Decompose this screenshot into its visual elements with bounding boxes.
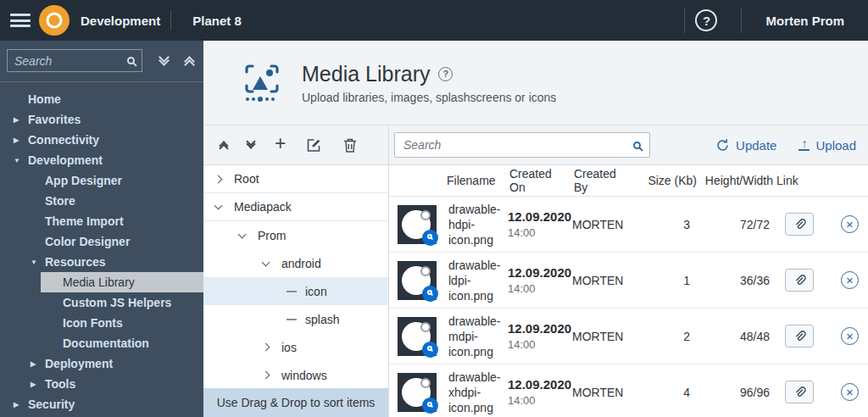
sidebar-item-store[interactable]: Store — [0, 191, 203, 211]
tree-node-splash[interactable]: splash — [203, 305, 388, 333]
sidebar-item-development[interactable]: ▼Development — [0, 150, 203, 170]
paperclip-icon — [793, 218, 806, 231]
chevron-right-icon[interactable]: ▶ — [31, 381, 45, 388]
collapse-all-icon[interactable] — [186, 58, 193, 64]
col-filename: Filename — [445, 173, 508, 188]
col-created-by: Created By — [572, 167, 635, 194]
size-cell: 1 — [635, 274, 698, 287]
link-button[interactable] — [785, 325, 814, 348]
topbar-divider — [741, 8, 742, 33]
col-created-on: Created On — [508, 167, 572, 194]
chevron-right-icon[interactable]: ▶ — [14, 401, 28, 409]
size-cell: 3 — [635, 218, 698, 231]
leaf-dash-icon — [287, 319, 297, 320]
sidebar-item-connectivity[interactable]: ▶Connectivity — [0, 130, 203, 150]
tree-node-prom[interactable]: Prom — [203, 221, 388, 249]
chevron-down-icon[interactable]: ▼ — [31, 259, 45, 266]
delete-icon[interactable]: × — [841, 271, 859, 289]
sidebar-item-tools[interactable]: ▶Tools — [0, 374, 203, 394]
tree-node-mediapack[interactable]: Mediapack — [203, 193, 388, 221]
add-folder-button[interactable]: + — [275, 134, 286, 153]
tree-node-windows[interactable]: windows — [203, 361, 388, 388]
expand-all-icon[interactable] — [248, 142, 254, 147]
search-icon[interactable] — [127, 57, 135, 64]
delete-icon[interactable]: × — [841, 215, 859, 233]
sidebar-item-media-library[interactable]: Media Library — [0, 272, 203, 292]
sidebar-item-security[interactable]: ▶Security — [0, 394, 203, 414]
sidebar-item-home[interactable]: Home — [0, 89, 203, 109]
size-cell: 2 — [635, 330, 698, 343]
table-row[interactable]: drawable-mdpi-icon.png 12.09.2020 14:00 … — [389, 309, 868, 364]
chevron-right-icon[interactable]: ▶ — [31, 360, 45, 368]
image-thumbnail[interactable] — [398, 373, 437, 412]
col-height-width: Height/Width — [698, 174, 775, 187]
media-table: Filename Created On Created By Size (Kb)… — [389, 165, 868, 417]
table-row[interactable]: drawable-xhdpi-icon.png 12.09.2020 14:00… — [389, 364, 868, 417]
search-icon[interactable] — [633, 142, 641, 149]
sidebar-item-custom-js-helpers[interactable]: Custom JS Helpers — [0, 292, 203, 313]
expand-all-icon[interactable] — [160, 58, 168, 64]
hamburger-menu-icon[interactable] — [10, 14, 31, 27]
table-row[interactable]: drawable-hdpi-icon.png 12.09.2020 14:00 … — [389, 197, 868, 253]
refresh-icon — [715, 138, 730, 153]
user-menu[interactable]: Morten Prom — [765, 14, 844, 28]
media-library-icon — [244, 64, 280, 103]
app-logo[interactable] — [39, 5, 70, 36]
link-button[interactable] — [785, 381, 814, 403]
chevron-down-icon[interactable] — [262, 258, 270, 266]
chevron-down-icon[interactable]: ▼ — [14, 157, 28, 164]
help-icon[interactable]: ? — [695, 9, 717, 31]
table-search — [394, 132, 650, 158]
chevron-down-icon[interactable] — [214, 202, 223, 210]
tree-node-root[interactable]: Root — [203, 165, 388, 193]
title-help-icon[interactable]: ? — [438, 67, 453, 81]
collapse-all-icon[interactable] — [220, 142, 227, 147]
zoom-badge-icon[interactable] — [422, 286, 438, 302]
update-button[interactable]: Update — [715, 138, 776, 153]
image-thumbnail[interactable] — [398, 317, 437, 356]
zoom-badge-icon[interactable] — [422, 230, 438, 246]
table-row[interactable]: drawable-ldpi-icon.png 12.09.2020 14:00 … — [389, 253, 868, 309]
created-by-cell: MORTEN — [572, 330, 635, 343]
chevron-right-icon[interactable] — [214, 175, 223, 183]
chevron-right-icon[interactable] — [262, 343, 270, 352]
tree-toolbar: + — [203, 125, 389, 164]
page-subtitle: Upload libraries, images, splashscreens … — [302, 91, 556, 104]
chevron-right-icon[interactable]: ▶ — [14, 136, 28, 144]
drag-drop-hint: Use Drag & Drop to sort items — [203, 388, 388, 417]
tree-node-android[interactable]: android — [203, 249, 388, 277]
link-button[interactable] — [785, 269, 814, 292]
image-thumbnail[interactable] — [398, 205, 437, 244]
tree-node-ios[interactable]: ios — [203, 333, 388, 361]
delete-icon[interactable]: × — [841, 327, 859, 345]
chevron-right-icon[interactable] — [262, 371, 270, 380]
filename-cell: drawable-mdpi-icon.png — [445, 314, 508, 359]
sidebar-item-icon-fonts[interactable]: Icon Fonts — [0, 313, 203, 333]
link-button[interactable] — [785, 213, 814, 236]
paperclip-icon — [793, 274, 806, 287]
sidebar-item-theme-import[interactable]: Theme Import — [0, 211, 203, 231]
delete-icon[interactable]: × — [841, 383, 859, 401]
table-search-input[interactable] — [403, 138, 633, 152]
sidebar-item-app-designer[interactable]: App Designer — [0, 170, 203, 191]
sidebar-item-color-designer[interactable]: Color Designer — [0, 231, 203, 252]
zoom-badge-icon[interactable] — [422, 398, 438, 414]
folder-tree: Root Mediapack Prom android — [203, 165, 389, 417]
tree-node-icon[interactable]: icon — [203, 277, 388, 305]
filename-cell: drawable-xhdpi-icon.png — [445, 370, 508, 415]
sidebar-item-favorites[interactable]: ▶Favorites — [0, 109, 203, 130]
topbar-divider — [170, 10, 171, 31]
sidebar-item-deployment[interactable]: ▶Deployment — [0, 353, 203, 374]
sidebar-item-documentation[interactable]: Documentation — [0, 333, 203, 353]
trash-icon[interactable] — [342, 137, 358, 153]
sidebar-search-input[interactable] — [14, 54, 127, 68]
size-cell: 4 — [635, 386, 698, 399]
chevron-right-icon[interactable]: ▶ — [14, 116, 28, 124]
zoom-badge-icon[interactable] — [422, 342, 438, 358]
leaf-dash-icon — [287, 291, 297, 292]
image-thumbnail[interactable] — [398, 261, 437, 300]
edit-icon[interactable] — [306, 137, 322, 153]
upload-button[interactable]: ↑ Upload — [798, 138, 856, 153]
chevron-down-icon[interactable] — [238, 230, 247, 238]
sidebar-item-resources[interactable]: ▼Resources — [0, 252, 203, 272]
